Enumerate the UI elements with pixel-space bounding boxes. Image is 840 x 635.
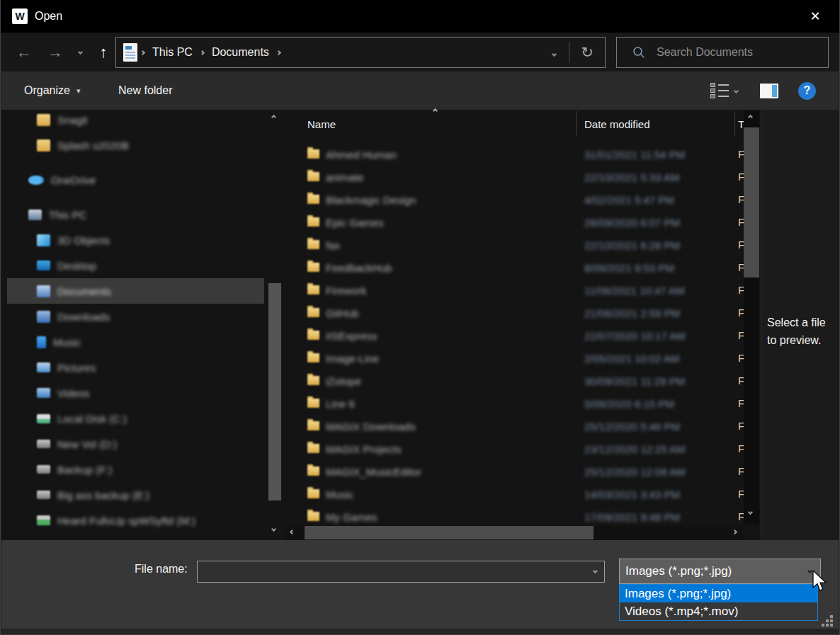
column-divider[interactable] <box>734 111 735 137</box>
preview-pane-icon <box>760 84 778 98</box>
resize-grip[interactable] <box>822 615 833 627</box>
sidebar-item-label: Backup (F:) <box>57 464 113 476</box>
file-name: Image-Line <box>326 353 379 365</box>
close-button[interactable]: ✕ <box>798 0 832 33</box>
folder-icon <box>307 444 319 453</box>
sidebar-item[interactable]: Pictures <box>7 355 264 380</box>
file-row[interactable]: iZotope 30/09/2021 11:29 PM F <box>285 370 744 393</box>
sidebar-item-label: Local Disk (C:) <box>57 413 127 425</box>
column-divider[interactable] <box>576 111 577 137</box>
scroll-right-icon[interactable] <box>732 530 737 534</box>
sidebar-item[interactable]: Big ass backup (E:) <box>7 482 264 508</box>
list-horizontal-scrollbar[interactable] <box>285 525 744 540</box>
scroll-down-icon[interactable] <box>271 527 276 532</box>
file-type: F <box>738 171 744 183</box>
sidebar-item[interactable]: Backup (F:) <box>7 457 264 482</box>
file-row[interactable]: Blackmagic Design 4/02/2021 5:47 PM F <box>285 189 744 212</box>
back-button[interactable]: ← <box>11 33 37 71</box>
file-type-option[interactable]: Images (*.png;*.jpg) <box>620 585 817 602</box>
file-row[interactable]: fax 22/10/2021 6:28 PM F <box>285 234 744 257</box>
forward-button[interactable]: → <box>42 33 68 71</box>
file-row[interactable]: Line 6 5/09/2020 6:15 PM F <box>285 393 744 416</box>
sidebar-item[interactable]: This PC <box>7 202 264 227</box>
file-row[interactable]: GitHub 21/06/2021 2:59 PM F <box>285 302 744 325</box>
sidebar-item-label: Documents <box>57 285 111 297</box>
scroll-down-icon[interactable] <box>748 510 753 515</box>
breadcrumb-this-pc[interactable]: This PC <box>148 46 197 59</box>
sidebar-item[interactable]: Splash s2020B <box>7 132 264 158</box>
organize-button[interactable]: Organize ▾ <box>24 71 80 110</box>
file-type: F <box>738 352 744 364</box>
file-name-input[interactable] <box>198 561 583 582</box>
refresh-icon[interactable]: ↻ <box>569 38 605 67</box>
search-input[interactable] <box>657 46 828 59</box>
dialog-content: Snagit Splash s2020B OneDrive This PC 3D… <box>1 110 839 540</box>
file-date-modified: 2/05/2021 10:02 AM <box>584 353 679 365</box>
file-row[interactable]: FeedbackHub 8/09/2021 9:53 PM F <box>285 257 744 280</box>
sidebar-item[interactable]: Snagit <box>7 107 264 132</box>
3d-objects-icon <box>37 234 50 246</box>
file-name: GitHub <box>326 307 359 319</box>
history-dropdown-icon[interactable] <box>69 33 91 71</box>
chevron-down-icon[interactable] <box>593 568 598 573</box>
file-date-modified: 31/01/2021 11:54 PM <box>584 149 685 161</box>
file-type: F <box>738 329 744 341</box>
scrollbar-thumb[interactable] <box>268 283 281 500</box>
sidebar-item[interactable]: Music <box>7 329 264 355</box>
scroll-up-icon[interactable] <box>748 115 753 120</box>
file-name: Blackmagic Design <box>326 194 416 206</box>
sidebar-item[interactable]: Heard FullsUp spWSyftd (M:) <box>7 508 264 533</box>
list-vertical-scrollbar[interactable] <box>744 110 759 525</box>
file-row[interactable]: Firework 11/06/2021 10:47 AM F <box>285 280 744 302</box>
preview-pane-button[interactable] <box>760 71 778 110</box>
file-name-combobox[interactable] <box>197 561 605 583</box>
open-dialog: W Open ✕ ← → ↑ This PC Documents ↻ <box>0 0 840 635</box>
window-bottom-edge <box>1 629 839 634</box>
address-dropdown-icon[interactable] <box>539 46 569 59</box>
up-button[interactable]: ↑ <box>92 33 115 71</box>
column-header-date-modified[interactable]: Date modified <box>584 118 650 130</box>
sidebar-item[interactable]: New Vol (D:) <box>7 431 264 457</box>
scroll-left-icon[interactable] <box>290 530 295 534</box>
file-row[interactable]: Epic Games 28/09/2020 6:07 PM F <box>285 212 744 234</box>
mouse-cursor <box>812 571 828 593</box>
file-row[interactable]: Ahmed Human 31/01/2021 11:54 PM F <box>285 144 744 166</box>
folder-icon <box>307 172 319 181</box>
file-row[interactable]: My Games 17/09/2021 9:48 PM F <box>285 506 744 525</box>
scrollbar-thumb[interactable] <box>744 127 759 278</box>
file-row[interactable]: MAGIX Projects 23/12/2020 12:25 AM F <box>285 438 744 461</box>
file-date-modified: 5/09/2020 6:15 PM <box>584 398 674 410</box>
sidebar-item-label: Pictures <box>57 362 96 374</box>
file-row[interactable]: animate 22/10/2021 5:33 AM F <box>285 166 744 189</box>
drive-icon <box>37 440 50 448</box>
file-row[interactable]: MAGIX Downloads 25/12/2020 5:46 PM F <box>285 416 744 438</box>
breadcrumb-documents[interactable]: Documents <box>208 46 273 59</box>
change-view-button[interactable] <box>710 71 738 110</box>
sidebar-item[interactable]: Videos <box>7 380 264 406</box>
sidebar-item[interactable]: 3D Objects <box>7 227 264 253</box>
column-header-name[interactable]: Name <box>307 118 336 130</box>
scroll-up-icon[interactable] <box>271 115 276 120</box>
sidebar-scrollbar[interactable] <box>267 110 283 540</box>
sidebar-item-label: Music <box>53 336 81 348</box>
file-row[interactable]: MAGIX_MusicEditor 25/12/2020 12:08 AM F <box>285 461 744 484</box>
folder-icon <box>307 285 319 294</box>
sidebar-item[interactable]: Desktop <box>7 253 264 278</box>
file-row[interactable]: Music 14/03/2021 3:43 PM F <box>285 484 744 506</box>
file-type: F <box>738 261 744 273</box>
folder-icon <box>307 399 319 408</box>
file-row[interactable]: Image-Line 2/05/2021 10:02 AM F <box>285 348 744 370</box>
search-box[interactable] <box>616 37 829 68</box>
scrollbar-thumb[interactable] <box>305 526 594 539</box>
file-type-option[interactable]: Videos (*.mp4;*.mov) <box>620 602 817 620</box>
address-bar[interactable]: This PC Documents ↻ <box>115 37 606 68</box>
help-button[interactable]: ? <box>798 71 816 110</box>
new-folder-button[interactable]: New folder <box>118 71 172 110</box>
sidebar-item[interactable]: Local Disk (C:) <box>7 406 264 431</box>
file-row[interactable]: IISExpress 22/07/2020 10:17 AM F <box>285 325 744 348</box>
sidebar-item[interactable]: OneDrive <box>7 167 264 193</box>
file-type-select[interactable]: Images (*.png;*.jpg) <box>619 559 821 584</box>
sidebar-item[interactable]: Documents <box>7 278 264 304</box>
sidebar-item[interactable]: Downloads <box>7 304 264 329</box>
command-toolbar: Organize ▾ New folder ? <box>1 71 839 110</box>
